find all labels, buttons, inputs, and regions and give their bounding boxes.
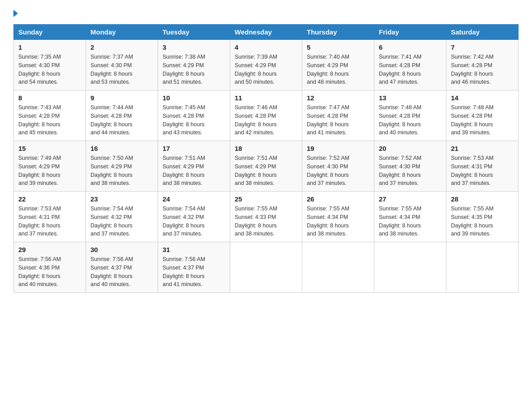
calendar-cell: 15Sunrise: 7:49 AMSunset: 4:29 PMDayligh… xyxy=(14,141,86,192)
day-info: Sunrise: 7:48 AMSunset: 4:28 PMDaylight:… xyxy=(451,103,514,137)
logo-arrow-icon xyxy=(13,10,18,17)
calendar-cell: 24Sunrise: 7:54 AMSunset: 4:32 PMDayligh… xyxy=(158,192,230,242)
day-info: Sunrise: 7:56 AMSunset: 4:36 PMDaylight:… xyxy=(18,255,81,289)
header-day-tuesday: Tuesday xyxy=(158,25,230,40)
day-info: Sunrise: 7:44 AMSunset: 4:28 PMDaylight:… xyxy=(90,103,153,137)
calendar-cell: 27Sunrise: 7:55 AMSunset: 4:34 PMDayligh… xyxy=(374,192,446,242)
calendar-cell xyxy=(302,242,374,293)
header-day-saturday: Saturday xyxy=(446,25,519,40)
day-info: Sunrise: 7:40 AMSunset: 4:29 PMDaylight:… xyxy=(307,53,369,86)
calendar-cell: 7Sunrise: 7:42 AMSunset: 4:28 PMDaylight… xyxy=(446,40,519,90)
day-number: 21 xyxy=(451,145,514,152)
day-info: Sunrise: 7:55 AMSunset: 4:34 PMDaylight:… xyxy=(379,205,442,238)
day-number: 15 xyxy=(18,145,81,152)
day-info: Sunrise: 7:41 AMSunset: 4:28 PMDaylight:… xyxy=(379,53,442,86)
calendar-week-2: 8Sunrise: 7:43 AMSunset: 4:28 PMDaylight… xyxy=(14,90,519,141)
day-number: 30 xyxy=(90,246,153,253)
calendar-cell: 17Sunrise: 7:51 AMSunset: 4:29 PMDayligh… xyxy=(158,141,230,192)
day-number: 1 xyxy=(18,43,81,51)
day-info: Sunrise: 7:39 AMSunset: 4:29 PMDaylight:… xyxy=(235,53,297,86)
calendar-cell xyxy=(446,242,519,293)
day-info: Sunrise: 7:55 AMSunset: 4:35 PMDaylight:… xyxy=(451,205,514,238)
day-number: 7 xyxy=(451,43,514,51)
day-number: 14 xyxy=(451,94,514,102)
calendar-cell: 5Sunrise: 7:40 AMSunset: 4:29 PMDaylight… xyxy=(302,40,374,90)
calendar-cell: 11Sunrise: 7:46 AMSunset: 4:28 PMDayligh… xyxy=(230,90,302,141)
day-number: 31 xyxy=(163,246,225,253)
day-number: 8 xyxy=(18,94,81,102)
day-number: 29 xyxy=(18,246,81,253)
calendar-header: SundayMondayTuesdayWednesdayThursdayFrid… xyxy=(14,25,519,40)
logo xyxy=(13,9,18,17)
calendar-cell: 20Sunrise: 7:52 AMSunset: 4:30 PMDayligh… xyxy=(374,141,446,192)
calendar-cell xyxy=(374,242,446,293)
calendar-week-4: 22Sunrise: 7:53 AMSunset: 4:31 PMDayligh… xyxy=(14,192,519,242)
calendar-cell: 25Sunrise: 7:55 AMSunset: 4:33 PMDayligh… xyxy=(230,192,302,242)
calendar-cell: 31Sunrise: 7:56 AMSunset: 4:37 PMDayligh… xyxy=(158,242,230,293)
day-number: 13 xyxy=(379,94,442,102)
day-info: Sunrise: 7:47 AMSunset: 4:28 PMDaylight:… xyxy=(307,103,369,137)
day-info: Sunrise: 7:45 AMSunset: 4:28 PMDaylight:… xyxy=(163,103,225,137)
calendar-cell: 6Sunrise: 7:41 AMSunset: 4:28 PMDaylight… xyxy=(374,40,446,90)
calendar-cell: 28Sunrise: 7:55 AMSunset: 4:35 PMDayligh… xyxy=(446,192,519,242)
calendar-week-5: 29Sunrise: 7:56 AMSunset: 4:36 PMDayligh… xyxy=(14,242,519,293)
day-info: Sunrise: 7:51 AMSunset: 4:29 PMDaylight:… xyxy=(235,154,297,188)
day-number: 18 xyxy=(235,145,297,152)
day-info: Sunrise: 7:56 AMSunset: 4:37 PMDaylight:… xyxy=(90,255,153,289)
day-info: Sunrise: 7:53 AMSunset: 4:31 PMDaylight:… xyxy=(18,205,81,238)
calendar-cell xyxy=(230,242,302,293)
day-number: 3 xyxy=(163,43,225,51)
calendar-cell: 8Sunrise: 7:43 AMSunset: 4:28 PMDaylight… xyxy=(14,90,86,141)
day-number: 28 xyxy=(451,195,514,203)
header-day-sunday: Sunday xyxy=(14,25,86,40)
day-number: 26 xyxy=(307,195,369,203)
day-number: 20 xyxy=(379,145,442,152)
calendar-cell: 23Sunrise: 7:54 AMSunset: 4:32 PMDayligh… xyxy=(86,192,158,242)
calendar-cell: 13Sunrise: 7:48 AMSunset: 4:28 PMDayligh… xyxy=(374,90,446,141)
header-day-wednesday: Wednesday xyxy=(230,25,302,40)
day-info: Sunrise: 7:42 AMSunset: 4:28 PMDaylight:… xyxy=(451,53,514,86)
calendar-cell: 16Sunrise: 7:50 AMSunset: 4:29 PMDayligh… xyxy=(86,141,158,192)
header-row: SundayMondayTuesdayWednesdayThursdayFrid… xyxy=(14,25,519,40)
day-number: 2 xyxy=(90,43,153,51)
calendar-cell: 9Sunrise: 7:44 AMSunset: 4:28 PMDaylight… xyxy=(86,90,158,141)
day-info: Sunrise: 7:53 AMSunset: 4:31 PMDaylight:… xyxy=(451,154,514,188)
calendar-cell: 22Sunrise: 7:53 AMSunset: 4:31 PMDayligh… xyxy=(14,192,86,242)
calendar-cell: 10Sunrise: 7:45 AMSunset: 4:28 PMDayligh… xyxy=(158,90,230,141)
calendar-body: 1Sunrise: 7:35 AMSunset: 4:30 PMDaylight… xyxy=(14,40,519,293)
calendar-cell: 26Sunrise: 7:55 AMSunset: 4:34 PMDayligh… xyxy=(302,192,374,242)
day-info: Sunrise: 7:43 AMSunset: 4:28 PMDaylight:… xyxy=(18,103,81,137)
calendar-cell: 4Sunrise: 7:39 AMSunset: 4:29 PMDaylight… xyxy=(230,40,302,90)
calendar-cell: 21Sunrise: 7:53 AMSunset: 4:31 PMDayligh… xyxy=(446,141,519,192)
day-info: Sunrise: 7:35 AMSunset: 4:30 PMDaylight:… xyxy=(18,53,81,86)
day-info: Sunrise: 7:54 AMSunset: 4:32 PMDaylight:… xyxy=(163,205,225,238)
day-number: 17 xyxy=(163,145,225,152)
day-number: 6 xyxy=(379,43,442,51)
day-number: 16 xyxy=(90,145,153,152)
day-number: 4 xyxy=(235,43,297,51)
calendar-cell: 30Sunrise: 7:56 AMSunset: 4:37 PMDayligh… xyxy=(86,242,158,293)
day-number: 27 xyxy=(379,195,442,203)
day-info: Sunrise: 7:56 AMSunset: 4:37 PMDaylight:… xyxy=(163,255,225,289)
day-number: 24 xyxy=(163,195,225,203)
calendar-week-1: 1Sunrise: 7:35 AMSunset: 4:30 PMDaylight… xyxy=(14,40,519,90)
day-number: 19 xyxy=(307,145,369,152)
day-info: Sunrise: 7:51 AMSunset: 4:29 PMDaylight:… xyxy=(163,154,225,188)
calendar-cell: 2Sunrise: 7:37 AMSunset: 4:30 PMDaylight… xyxy=(86,40,158,90)
day-number: 11 xyxy=(235,94,297,102)
day-info: Sunrise: 7:48 AMSunset: 4:28 PMDaylight:… xyxy=(379,103,442,137)
calendar-cell: 19Sunrise: 7:52 AMSunset: 4:30 PMDayligh… xyxy=(302,141,374,192)
day-info: Sunrise: 7:52 AMSunset: 4:30 PMDaylight:… xyxy=(379,154,442,188)
day-number: 12 xyxy=(307,94,369,102)
day-info: Sunrise: 7:55 AMSunset: 4:33 PMDaylight:… xyxy=(235,205,297,238)
day-number: 5 xyxy=(307,43,369,51)
calendar-week-3: 15Sunrise: 7:49 AMSunset: 4:29 PMDayligh… xyxy=(14,141,519,192)
day-info: Sunrise: 7:50 AMSunset: 4:29 PMDaylight:… xyxy=(90,154,153,188)
header-day-thursday: Thursday xyxy=(302,25,374,40)
calendar-cell: 29Sunrise: 7:56 AMSunset: 4:36 PMDayligh… xyxy=(14,242,86,293)
day-number: 10 xyxy=(163,94,225,102)
calendar-cell: 1Sunrise: 7:35 AMSunset: 4:30 PMDaylight… xyxy=(14,40,86,90)
day-number: 22 xyxy=(18,195,81,203)
calendar-cell: 18Sunrise: 7:51 AMSunset: 4:29 PMDayligh… xyxy=(230,141,302,192)
header-day-friday: Friday xyxy=(374,25,446,40)
